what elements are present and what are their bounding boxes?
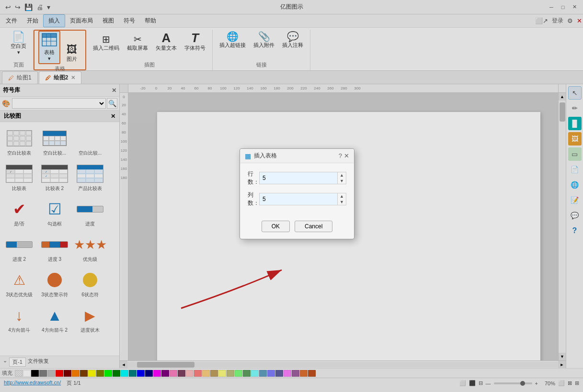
dialog-ok-btn[interactable]: OK xyxy=(262,221,290,232)
rows-field-row: 行数： ▲ ▼ xyxy=(248,170,346,186)
insert-table-dialog: ▦ 插入表格 ? ✕ 行数： ▲ ▼ 列数： xyxy=(240,148,354,239)
rows-spinbox: ▲ ▼ xyxy=(259,172,346,184)
cols-spin-btns: ▲ ▼ xyxy=(337,193,346,205)
cols-spinbox: ▲ ▼ xyxy=(259,193,346,205)
cols-field-row: 列数： ▲ ▼ xyxy=(248,191,346,207)
dialog-title: 插入表格 xyxy=(254,152,277,160)
dialog-buttons: OK Cancel xyxy=(240,219,354,239)
dialog-close-btn[interactable]: ✕ xyxy=(344,152,349,159)
dialog-body: 行数： ▲ ▼ 列数： ▲ ▼ xyxy=(240,163,354,219)
dialog-controls: ? ✕ xyxy=(339,152,349,159)
modal-overlay: ▦ 插入表格 ? ✕ 行数： ▲ ▼ 列数： xyxy=(0,0,583,392)
dialog-cancel-btn[interactable]: Cancel xyxy=(295,221,332,232)
cols-label: 列数： xyxy=(248,191,259,207)
rows-input[interactable] xyxy=(260,172,337,184)
rows-label: 行数： xyxy=(248,170,259,186)
cols-spin-down[interactable]: ▼ xyxy=(338,199,346,205)
dialog-icon: ▦ xyxy=(245,152,251,160)
dialog-help-btn[interactable]: ? xyxy=(339,152,342,159)
dialog-titlebar: ▦ 插入表格 ? ✕ xyxy=(240,149,354,163)
rows-spin-down[interactable]: ▼ xyxy=(338,178,346,184)
cols-input[interactable] xyxy=(260,193,337,205)
cols-spin-up[interactable]: ▲ xyxy=(338,193,346,199)
rows-spin-up[interactable]: ▲ xyxy=(338,172,346,178)
dialog-title-left: ▦ 插入表格 xyxy=(245,152,277,160)
rows-spin-btns: ▲ ▼ xyxy=(337,172,346,184)
